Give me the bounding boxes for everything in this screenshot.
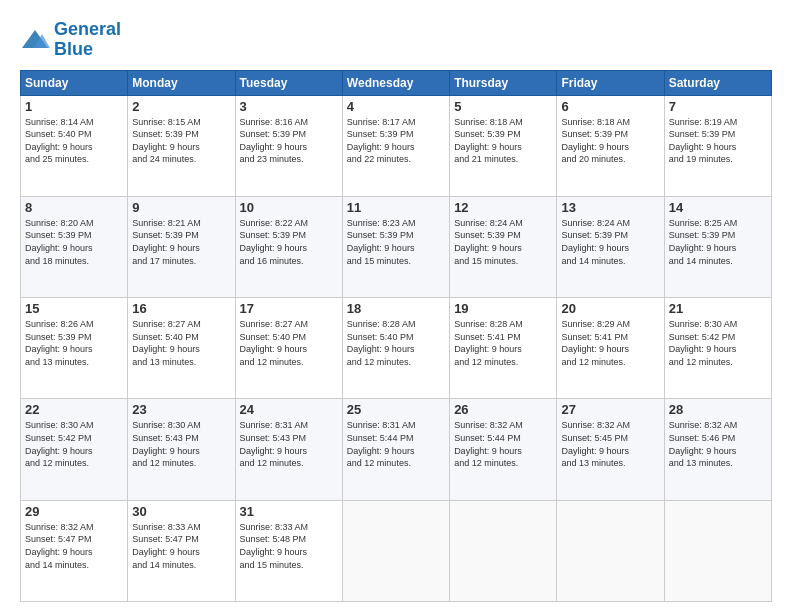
day-info: Sunrise: 8:24 AM Sunset: 5:39 PM Dayligh… xyxy=(561,217,659,267)
day-info: Sunrise: 8:31 AM Sunset: 5:43 PM Dayligh… xyxy=(240,419,338,469)
calendar-cell: 24Sunrise: 8:31 AM Sunset: 5:43 PM Dayli… xyxy=(235,399,342,500)
calendar-header-row: Sunday Monday Tuesday Wednesday Thursday… xyxy=(21,70,772,95)
day-number: 19 xyxy=(454,301,552,316)
logo-text: General Blue xyxy=(54,20,121,60)
col-thursday: Thursday xyxy=(450,70,557,95)
calendar-cell: 23Sunrise: 8:30 AM Sunset: 5:43 PM Dayli… xyxy=(128,399,235,500)
calendar-cell: 20Sunrise: 8:29 AM Sunset: 5:41 PM Dayli… xyxy=(557,298,664,399)
day-info: Sunrise: 8:33 AM Sunset: 5:48 PM Dayligh… xyxy=(240,521,338,571)
col-wednesday: Wednesday xyxy=(342,70,449,95)
day-info: Sunrise: 8:32 AM Sunset: 5:46 PM Dayligh… xyxy=(669,419,767,469)
calendar-cell: 11Sunrise: 8:23 AM Sunset: 5:39 PM Dayli… xyxy=(342,196,449,297)
day-number: 29 xyxy=(25,504,123,519)
day-info: Sunrise: 8:26 AM Sunset: 5:39 PM Dayligh… xyxy=(25,318,123,368)
day-number: 16 xyxy=(132,301,230,316)
day-number: 2 xyxy=(132,99,230,114)
day-number: 23 xyxy=(132,402,230,417)
calendar-cell xyxy=(450,500,557,601)
week-row-3: 22Sunrise: 8:30 AM Sunset: 5:42 PM Dayli… xyxy=(21,399,772,500)
day-info: Sunrise: 8:29 AM Sunset: 5:41 PM Dayligh… xyxy=(561,318,659,368)
header: General Blue xyxy=(20,20,772,60)
day-info: Sunrise: 8:17 AM Sunset: 5:39 PM Dayligh… xyxy=(347,116,445,166)
day-info: Sunrise: 8:21 AM Sunset: 5:39 PM Dayligh… xyxy=(132,217,230,267)
day-info: Sunrise: 8:28 AM Sunset: 5:41 PM Dayligh… xyxy=(454,318,552,368)
col-sunday: Sunday xyxy=(21,70,128,95)
page: General Blue Sunday Monday Tuesday Wedne… xyxy=(0,0,792,612)
day-info: Sunrise: 8:32 AM Sunset: 5:47 PM Dayligh… xyxy=(25,521,123,571)
day-number: 26 xyxy=(454,402,552,417)
day-number: 8 xyxy=(25,200,123,215)
calendar-cell: 6Sunrise: 8:18 AM Sunset: 5:39 PM Daylig… xyxy=(557,95,664,196)
day-info: Sunrise: 8:27 AM Sunset: 5:40 PM Dayligh… xyxy=(132,318,230,368)
week-row-0: 1Sunrise: 8:14 AM Sunset: 5:40 PM Daylig… xyxy=(21,95,772,196)
day-info: Sunrise: 8:22 AM Sunset: 5:39 PM Dayligh… xyxy=(240,217,338,267)
day-number: 15 xyxy=(25,301,123,316)
calendar-cell: 26Sunrise: 8:32 AM Sunset: 5:44 PM Dayli… xyxy=(450,399,557,500)
day-number: 11 xyxy=(347,200,445,215)
calendar-cell: 4Sunrise: 8:17 AM Sunset: 5:39 PM Daylig… xyxy=(342,95,449,196)
day-info: Sunrise: 8:32 AM Sunset: 5:45 PM Dayligh… xyxy=(561,419,659,469)
day-info: Sunrise: 8:32 AM Sunset: 5:44 PM Dayligh… xyxy=(454,419,552,469)
logo: General Blue xyxy=(20,20,121,60)
day-number: 12 xyxy=(454,200,552,215)
col-monday: Monday xyxy=(128,70,235,95)
calendar-cell: 13Sunrise: 8:24 AM Sunset: 5:39 PM Dayli… xyxy=(557,196,664,297)
calendar-cell: 27Sunrise: 8:32 AM Sunset: 5:45 PM Dayli… xyxy=(557,399,664,500)
calendar-cell: 9Sunrise: 8:21 AM Sunset: 5:39 PM Daylig… xyxy=(128,196,235,297)
calendar-cell: 5Sunrise: 8:18 AM Sunset: 5:39 PM Daylig… xyxy=(450,95,557,196)
day-number: 27 xyxy=(561,402,659,417)
day-info: Sunrise: 8:30 AM Sunset: 5:43 PM Dayligh… xyxy=(132,419,230,469)
day-number: 3 xyxy=(240,99,338,114)
day-info: Sunrise: 8:16 AM Sunset: 5:39 PM Dayligh… xyxy=(240,116,338,166)
day-number: 21 xyxy=(669,301,767,316)
calendar-cell: 2Sunrise: 8:15 AM Sunset: 5:39 PM Daylig… xyxy=(128,95,235,196)
day-number: 14 xyxy=(669,200,767,215)
day-info: Sunrise: 8:28 AM Sunset: 5:40 PM Dayligh… xyxy=(347,318,445,368)
calendar-cell: 30Sunrise: 8:33 AM Sunset: 5:47 PM Dayli… xyxy=(128,500,235,601)
calendar-cell: 28Sunrise: 8:32 AM Sunset: 5:46 PM Dayli… xyxy=(664,399,771,500)
calendar-cell: 10Sunrise: 8:22 AM Sunset: 5:39 PM Dayli… xyxy=(235,196,342,297)
week-row-2: 15Sunrise: 8:26 AM Sunset: 5:39 PM Dayli… xyxy=(21,298,772,399)
day-number: 7 xyxy=(669,99,767,114)
calendar-cell: 14Sunrise: 8:25 AM Sunset: 5:39 PM Dayli… xyxy=(664,196,771,297)
day-number: 17 xyxy=(240,301,338,316)
day-number: 31 xyxy=(240,504,338,519)
day-number: 13 xyxy=(561,200,659,215)
day-number: 10 xyxy=(240,200,338,215)
calendar-cell xyxy=(557,500,664,601)
col-tuesday: Tuesday xyxy=(235,70,342,95)
day-number: 30 xyxy=(132,504,230,519)
calendar-cell: 7Sunrise: 8:19 AM Sunset: 5:39 PM Daylig… xyxy=(664,95,771,196)
calendar-cell: 18Sunrise: 8:28 AM Sunset: 5:40 PM Dayli… xyxy=(342,298,449,399)
day-info: Sunrise: 8:30 AM Sunset: 5:42 PM Dayligh… xyxy=(669,318,767,368)
day-number: 22 xyxy=(25,402,123,417)
calendar-table: Sunday Monday Tuesday Wednesday Thursday… xyxy=(20,70,772,602)
day-number: 28 xyxy=(669,402,767,417)
col-saturday: Saturday xyxy=(664,70,771,95)
calendar-cell: 15Sunrise: 8:26 AM Sunset: 5:39 PM Dayli… xyxy=(21,298,128,399)
calendar-cell: 8Sunrise: 8:20 AM Sunset: 5:39 PM Daylig… xyxy=(21,196,128,297)
day-info: Sunrise: 8:33 AM Sunset: 5:47 PM Dayligh… xyxy=(132,521,230,571)
calendar-cell: 25Sunrise: 8:31 AM Sunset: 5:44 PM Dayli… xyxy=(342,399,449,500)
calendar-cell: 1Sunrise: 8:14 AM Sunset: 5:40 PM Daylig… xyxy=(21,95,128,196)
calendar-cell: 17Sunrise: 8:27 AM Sunset: 5:40 PM Dayli… xyxy=(235,298,342,399)
calendar-cell: 3Sunrise: 8:16 AM Sunset: 5:39 PM Daylig… xyxy=(235,95,342,196)
day-info: Sunrise: 8:24 AM Sunset: 5:39 PM Dayligh… xyxy=(454,217,552,267)
calendar-cell: 12Sunrise: 8:24 AM Sunset: 5:39 PM Dayli… xyxy=(450,196,557,297)
day-number: 25 xyxy=(347,402,445,417)
day-number: 18 xyxy=(347,301,445,316)
day-info: Sunrise: 8:27 AM Sunset: 5:40 PM Dayligh… xyxy=(240,318,338,368)
calendar-cell: 31Sunrise: 8:33 AM Sunset: 5:48 PM Dayli… xyxy=(235,500,342,601)
logo-icon xyxy=(20,28,50,52)
day-info: Sunrise: 8:31 AM Sunset: 5:44 PM Dayligh… xyxy=(347,419,445,469)
day-info: Sunrise: 8:18 AM Sunset: 5:39 PM Dayligh… xyxy=(454,116,552,166)
day-number: 24 xyxy=(240,402,338,417)
week-row-1: 8Sunrise: 8:20 AM Sunset: 5:39 PM Daylig… xyxy=(21,196,772,297)
day-number: 5 xyxy=(454,99,552,114)
day-number: 20 xyxy=(561,301,659,316)
calendar-cell xyxy=(664,500,771,601)
day-info: Sunrise: 8:23 AM Sunset: 5:39 PM Dayligh… xyxy=(347,217,445,267)
day-info: Sunrise: 8:15 AM Sunset: 5:39 PM Dayligh… xyxy=(132,116,230,166)
day-info: Sunrise: 8:14 AM Sunset: 5:40 PM Dayligh… xyxy=(25,116,123,166)
day-number: 1 xyxy=(25,99,123,114)
